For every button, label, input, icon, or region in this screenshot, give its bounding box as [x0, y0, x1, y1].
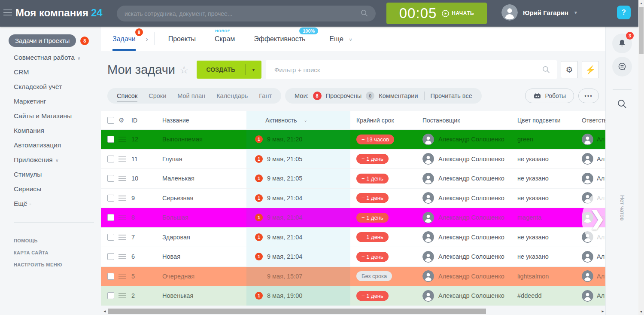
counter-my-label[interactable]: Мои: [295, 92, 308, 99]
task-name[interactable]: Большая [162, 214, 246, 221]
scroll-left-arrow-icon[interactable]: ◄ [103, 309, 106, 313]
responsible-avatar[interactable] [582, 173, 593, 184]
settings-button[interactable]: ⚙ [561, 61, 578, 78]
search-icon[interactable] [361, 9, 368, 18]
row-checkbox[interactable] [107, 136, 114, 143]
scroll-right-chevron-icon[interactable]: ❯ [589, 207, 605, 229]
row-checkbox[interactable] [107, 253, 114, 260]
author-avatar[interactable] [422, 290, 434, 302]
author-avatar[interactable] [422, 231, 434, 243]
responsible-name[interactable]: Ал [597, 136, 605, 143]
author-avatar[interactable] [422, 270, 434, 282]
responsible-name[interactable]: Ал [597, 292, 605, 299]
row-checkbox[interactable] [107, 234, 114, 241]
more-actions-button[interactable]: ••• [578, 89, 599, 103]
row-checkbox[interactable] [107, 214, 114, 221]
scroll-right-arrow-icon[interactable]: ► [601, 309, 605, 313]
responsible-avatar[interactable] [582, 270, 593, 282]
sidebar-item-services[interactable]: Сервисы [0, 182, 101, 196]
view-tab-gantt[interactable]: Гант [259, 91, 272, 101]
author-name[interactable]: Александр Солошенко [438, 136, 504, 143]
sidebar-item-company[interactable]: Компания [0, 123, 101, 138]
deadline-badge[interactable]: − 13 часов [356, 135, 394, 144]
header-author[interactable]: Постановщик [415, 117, 513, 124]
brand-logo[interactable]: Моя компания24 [15, 7, 103, 19]
drag-handle-icon[interactable] [118, 293, 126, 298]
sidebar-item-incentives[interactable]: Стимулы [0, 167, 101, 182]
hamburger-menu-icon[interactable] [3, 9, 12, 17]
table-row[interactable]: 8 Большая 1 9 мая, 21:04 − 1 день Алекса… [101, 208, 605, 228]
help-button[interactable]: ? [617, 6, 631, 19]
responsible-name[interactable]: Ал [597, 253, 605, 260]
deadline-badge[interactable]: − 1 день [356, 232, 389, 242]
task-name[interactable]: Серьезная [162, 195, 246, 202]
row-checkbox[interactable] [107, 156, 114, 162]
table-row[interactable]: 2 Новенькая 1 8 мая, 19:00 − 1 день Алек… [101, 286, 605, 306]
author-name[interactable]: Александр Солошенко [438, 195, 504, 202]
sidebar-item-sites[interactable]: Сайты и Магазины [0, 109, 101, 123]
header-responsible[interactable]: Ответственный [579, 117, 605, 124]
row-checkbox[interactable] [107, 195, 114, 202]
task-name[interactable]: Маленькая [162, 175, 246, 182]
rail-search-button[interactable] [617, 99, 627, 111]
vertical-scrollbar-thumb[interactable] [639, 7, 644, 54]
author-name[interactable]: Александр Солошенко [438, 175, 504, 182]
tab-efficiency[interactable]: Эффективность 100% [254, 27, 305, 51]
deadline-badge[interactable]: − 1 день [356, 154, 389, 164]
author-avatar[interactable] [422, 192, 434, 204]
table-row[interactable]: 9 Серьезная 1 9 мая, 21:04 − 1 день Алек… [101, 189, 605, 208]
header-deadline[interactable]: Крайний срок [350, 117, 415, 124]
tab-projects[interactable]: Проекты [168, 27, 196, 51]
responsible-name[interactable]: Ал [597, 156, 605, 162]
column-settings-gear-icon[interactable]: ⚙ [118, 116, 124, 124]
task-name[interactable]: Выполняемая [162, 136, 246, 143]
header-id[interactable]: ID [131, 117, 162, 124]
responsible-name[interactable]: Ал [597, 273, 605, 280]
tab-expand-arrow-icon[interactable]: › [146, 35, 148, 43]
drag-handle-icon[interactable] [118, 156, 126, 162]
drag-handle-icon[interactable] [118, 137, 126, 142]
deadline-badge[interactable]: − 1 день [356, 291, 389, 301]
row-checkbox[interactable] [107, 273, 114, 280]
scroll-up-arrow-icon[interactable]: ▲ [638, 2, 644, 5]
global-search-input[interactable] [117, 6, 376, 21]
sidebar-item-more[interactable]: Ещё - [0, 196, 101, 211]
drag-handle-icon[interactable] [118, 215, 126, 220]
author-name[interactable]: Александр Солошенко [438, 214, 504, 221]
table-row[interactable]: 5 Очередная 9 мая, 15:07 Без срока Алекс… [101, 267, 605, 287]
horizontal-scrollbar-thumb[interactable] [108, 309, 486, 314]
deadline-badge[interactable]: − 1 день [356, 252, 389, 262]
author-name[interactable]: Александр Солошенко [438, 273, 504, 280]
work-timer-button[interactable]: 00:05 НАЧАТЬ [386, 3, 487, 24]
responsible-avatar[interactable] [582, 251, 593, 263]
deadline-badge[interactable]: − 1 день [356, 193, 389, 203]
robots-button[interactable]: Роботы [525, 89, 574, 103]
drag-handle-icon[interactable] [118, 196, 126, 201]
horizontal-scrollbar[interactable]: ◄ ► [103, 308, 605, 315]
sidebar-item-crm[interactable]: CRM [0, 65, 101, 80]
chat-button[interactable] [612, 57, 632, 76]
deadline-badge[interactable]: − 1 день [356, 213, 389, 223]
drag-handle-icon[interactable] [118, 254, 126, 259]
sidebar-link-configure-menu[interactable]: НАСТРОИТЬ МЕНЮ [0, 259, 101, 271]
search-icon[interactable] [542, 66, 550, 75]
task-name[interactable]: Новенькая [162, 292, 246, 299]
automation-button[interactable]: ⚡ [582, 61, 599, 78]
filter-search-input[interactable] [266, 60, 557, 79]
responsible-avatar[interactable] [582, 290, 593, 302]
header-activity[interactable]: Активность ⌄ [246, 111, 350, 129]
view-tab-calendar[interactable]: Календарь [216, 91, 248, 101]
author-avatar[interactable] [422, 134, 434, 145]
deadline-badge[interactable]: Без срока [356, 271, 392, 281]
table-row[interactable]: 7 Здаровая 1 9 мая, 21:04 − 1 день Алекс… [101, 228, 605, 248]
notifications-button[interactable]: 3 [612, 34, 632, 53]
table-row[interactable]: 12 Выполняемая 1 9 мая, 21:20 − 13 часов… [101, 130, 605, 150]
task-name[interactable]: Новая [162, 253, 246, 260]
author-name[interactable]: Александр Солошенко [438, 253, 504, 260]
row-checkbox[interactable] [107, 292, 114, 299]
view-tab-my-plan[interactable]: Мой план [177, 91, 205, 101]
row-checkbox[interactable] [107, 175, 114, 182]
task-name[interactable]: Глупая [162, 156, 246, 162]
drag-handle-icon[interactable] [118, 176, 126, 181]
window-vertical-scrollbar[interactable]: ▲ ▼ [638, 0, 644, 315]
